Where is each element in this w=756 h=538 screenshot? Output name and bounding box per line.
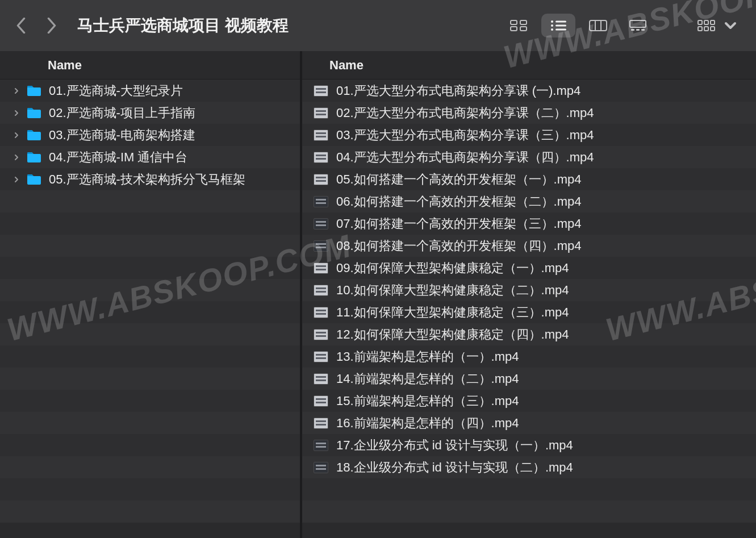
content-area: Name 01.严选商城-大型纪录片02.严选商城-项目上手指南03.严选商城-… (0, 51, 756, 538)
file-row[interactable]: 06.如何搭建一个高效的开发框架（二）.mp4 (302, 190, 756, 212)
empty-row (0, 501, 300, 523)
file-name: 01.严选大型分布式电商架构分享课 (一).mp4 (336, 82, 580, 99)
svg-rect-22 (711, 27, 715, 31)
svg-point-4 (551, 20, 553, 23)
file-row[interactable]: 08.如何搭建一个高效的开发框架（四）.mp4 (302, 235, 756, 257)
file-name: 07.如何搭建一个高效的开发框架（三）.mp4 (336, 215, 582, 232)
folder-name: 02.严选商城-项目上手指南 (49, 105, 195, 122)
file-panel: Name 01.严选大型分布式电商架构分享课 (一).mp402.严选大型分布式… (302, 51, 756, 538)
svg-rect-19 (711, 20, 715, 24)
disclosure-triangle-icon[interactable] (11, 176, 22, 183)
file-row[interactable]: 17.企业级分布式 id 设计与实现（一）.mp4 (302, 434, 756, 456)
video-thumbnail-icon (314, 107, 328, 119)
disclosure-triangle-icon[interactable] (11, 87, 22, 94)
file-row[interactable]: 03.严选大型分布式电商架构分享课（三）.mp4 (302, 124, 756, 146)
svg-rect-2 (511, 27, 517, 31)
empty-row (0, 456, 300, 478)
file-row[interactable]: 04.严选大型分布式电商架构分享课（四）.mp4 (302, 146, 756, 168)
svg-rect-9 (555, 29, 566, 31)
file-name: 13.前端架构是怎样的（一）.mp4 (336, 348, 519, 365)
file-list: 01.严选大型分布式电商架构分享课 (一).mp402.严选大型分布式电商架构分… (302, 80, 756, 538)
video-thumbnail-icon (314, 329, 328, 340)
disclosure-triangle-icon[interactable] (11, 110, 22, 116)
svg-rect-14 (631, 29, 634, 31)
forward-button[interactable] (47, 18, 57, 34)
video-thumbnail-icon (314, 440, 328, 451)
video-thumbnail-icon (314, 218, 328, 230)
file-name: 17.企业级分布式 id 设计与实现（一）.mp4 (336, 437, 573, 454)
empty-row (0, 434, 300, 456)
svg-rect-15 (636, 29, 640, 31)
view-list-button[interactable] (541, 14, 575, 37)
file-row[interactable]: 14.前端架构是怎样的（二）.mp4 (302, 368, 756, 390)
group-menu-button[interactable] (697, 19, 740, 32)
empty-row (0, 323, 300, 345)
file-name: 08.如何搭建一个高效的开发框架（四）.mp4 (336, 237, 582, 255)
file-row[interactable]: 11.如何保障大型架构健康稳定（三）.mp4 (302, 301, 756, 323)
nav-arrows (16, 18, 64, 34)
empty-row (302, 501, 756, 523)
video-thumbnail-icon (314, 373, 328, 385)
video-thumbnail-icon (314, 196, 328, 207)
file-row[interactable]: 12.如何保障大型架构健康稳定（四）.mp4 (302, 323, 756, 345)
svg-rect-20 (698, 27, 702, 31)
svg-rect-5 (555, 21, 566, 23)
folder-icon (26, 85, 42, 97)
view-columns-button[interactable] (581, 14, 615, 37)
file-row[interactable]: 18.企业级分布式 id 设计与实现（二）.mp4 (302, 456, 756, 478)
video-thumbnail-icon (314, 262, 328, 274)
file-row[interactable]: 07.如何搭建一个高效的开发框架（三）.mp4 (302, 212, 756, 235)
file-name: 11.如何保障大型架构健康稳定（三）.mp4 (336, 304, 569, 321)
video-thumbnail-icon (314, 307, 328, 318)
folder-icon (26, 129, 42, 141)
file-row[interactable]: 13.前端架构是怎样的（一）.mp4 (302, 345, 756, 368)
empty-row (0, 345, 300, 368)
svg-rect-10 (590, 20, 607, 31)
view-icons-button[interactable] (502, 14, 536, 37)
chevron-down-icon (721, 19, 740, 32)
file-row[interactable]: 05.如何搭建一个高效的开发框架（一）.mp4 (302, 168, 756, 190)
file-row[interactable]: 16.前端架构是怎样的（四）.mp4 (302, 412, 756, 434)
file-row[interactable]: 09.如何保障大型架构健康稳定（一）.mp4 (302, 257, 756, 279)
left-column-header[interactable]: Name (0, 51, 300, 80)
svg-rect-16 (641, 29, 645, 31)
folder-row[interactable]: 02.严选商城-项目上手指南 (0, 102, 300, 124)
empty-row (0, 478, 300, 501)
disclosure-triangle-icon[interactable] (11, 154, 22, 161)
file-name: 12.如何保障大型架构健康稳定（四）.mp4 (336, 326, 569, 343)
file-row[interactable]: 10.如何保障大型架构健康稳定（二）.mp4 (302, 279, 756, 301)
video-thumbnail-icon (314, 418, 328, 429)
folder-row[interactable]: 03.严选商城-电商架构搭建 (0, 124, 300, 146)
folder-row[interactable]: 01.严选商城-大型纪录片 (0, 80, 300, 102)
svg-rect-1 (520, 20, 527, 24)
video-thumbnail-icon (314, 174, 328, 185)
empty-row (0, 301, 300, 323)
file-row[interactable]: 02.严选大型分布式电商架构分享课（二）.mp4 (302, 102, 756, 124)
folder-icon (26, 151, 42, 164)
disclosure-triangle-icon[interactable] (11, 132, 22, 139)
svg-rect-21 (704, 27, 708, 31)
folder-row[interactable]: 04.严选商城-IM 通信中台 (0, 146, 300, 168)
file-name: 04.严选大型分布式电商架构分享课（四）.mp4 (336, 149, 594, 166)
svg-rect-18 (704, 20, 708, 24)
video-thumbnail-icon (314, 85, 328, 97)
view-gallery-button[interactable] (621, 14, 655, 37)
file-name: 05.如何搭建一个高效的开发框架（一）.mp4 (336, 171, 582, 188)
empty-row (0, 212, 300, 235)
file-name: 16.前端架构是怎样的（四）.mp4 (336, 415, 519, 432)
back-button[interactable] (16, 18, 26, 34)
file-name: 15.前端架构是怎样的（三）.mp4 (336, 393, 519, 410)
empty-row (0, 190, 300, 212)
svg-rect-13 (630, 20, 646, 27)
video-thumbnail-icon (314, 152, 328, 163)
video-thumbnail-icon (314, 395, 328, 407)
right-column-header[interactable]: Name (302, 51, 756, 80)
video-thumbnail-icon (314, 462, 328, 473)
file-row[interactable]: 15.前端架构是怎样的（三）.mp4 (302, 390, 756, 412)
empty-row (0, 257, 300, 279)
file-name: 06.如何搭建一个高效的开发框架（二）.mp4 (336, 193, 582, 210)
file-name: 10.如何保障大型架构健康稳定（二）.mp4 (336, 282, 569, 299)
folder-row[interactable]: 05.严选商城-技术架构拆分飞马框架 (0, 168, 300, 190)
file-row[interactable]: 01.严选大型分布式电商架构分享课 (一).mp4 (302, 80, 756, 102)
svg-point-8 (551, 28, 553, 31)
